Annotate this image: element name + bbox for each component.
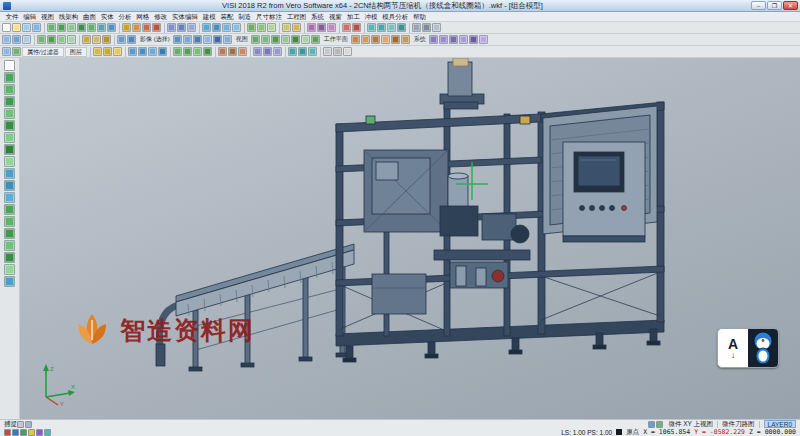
menu-item[interactable]: 加工 xyxy=(344,12,362,21)
toolbar-icon[interactable] xyxy=(281,35,290,44)
toolbar-group-view[interactable]: 视图 xyxy=(233,35,251,44)
menu-item[interactable]: 编辑 xyxy=(21,12,39,21)
toolbar-icon[interactable] xyxy=(92,35,101,44)
toolbar-icon[interactable] xyxy=(82,35,91,44)
toolbar-icon[interactable] xyxy=(308,47,317,56)
menu-item[interactable]: 网格 xyxy=(134,12,152,21)
toolbar-icon[interactable] xyxy=(361,35,370,44)
toolbar-icon[interactable] xyxy=(187,23,196,32)
toolbar-icon[interactable] xyxy=(469,35,478,44)
toolbar-icon[interactable] xyxy=(401,35,410,44)
snap-label[interactable]: 捕捉 xyxy=(4,420,17,429)
toolbar-icon[interactable] xyxy=(343,47,352,56)
toolbar-icon[interactable] xyxy=(4,96,15,107)
toolbar-icon[interactable] xyxy=(4,264,15,275)
toolbar-icon[interactable] xyxy=(138,47,147,56)
toolbar-icon[interactable] xyxy=(177,23,186,32)
toolbar-icon[interactable] xyxy=(351,35,360,44)
toolbar-icon[interactable] xyxy=(203,47,212,56)
menu-item[interactable]: 文件 xyxy=(3,12,21,21)
toolbar-icon[interactable] xyxy=(288,47,297,56)
toolbar-icon[interactable] xyxy=(4,132,15,143)
toolbar-icon[interactable] xyxy=(311,35,320,44)
toolbar-icon[interactable] xyxy=(107,23,116,32)
toolbar-icon[interactable] xyxy=(2,35,11,44)
panel-tab[interactable]: 属性/过滤器 xyxy=(22,47,64,57)
toolbar-icon[interactable] xyxy=(397,23,406,32)
menu-item[interactable]: 制造 xyxy=(236,12,254,21)
menu-item[interactable]: 工程图 xyxy=(284,12,308,21)
toolbar-icon[interactable] xyxy=(12,23,21,32)
toolbar-icon[interactable] xyxy=(57,23,66,32)
toolbar-icon[interactable] xyxy=(36,429,43,436)
toolbar-icon[interactable] xyxy=(391,35,400,44)
toolbar-icon[interactable] xyxy=(4,120,15,131)
toolbar-icon[interactable] xyxy=(28,429,35,436)
toolbar-icon[interactable] xyxy=(4,108,15,119)
toolbar-icon[interactable] xyxy=(127,35,136,44)
toolbar-icon[interactable] xyxy=(203,35,212,44)
toolbar-icon[interactable] xyxy=(228,47,237,56)
toolbar-icon[interactable] xyxy=(158,47,167,56)
menu-item[interactable]: 帮助 xyxy=(411,12,429,21)
toolbar-icon[interactable] xyxy=(37,35,46,44)
toolbar-icon[interactable] xyxy=(4,204,15,215)
toolbar-icon[interactable] xyxy=(113,47,122,56)
menu-item[interactable]: 修改 xyxy=(152,12,170,21)
toolbar-icon[interactable] xyxy=(298,47,307,56)
toolbar-icon[interactable] xyxy=(367,23,376,32)
toolbar-icon[interactable] xyxy=(282,23,291,32)
menu-item[interactable]: 线架构 xyxy=(56,12,80,21)
toolbar-icon[interactable] xyxy=(307,23,316,32)
menu-item[interactable]: 系统 xyxy=(309,12,327,21)
toolbar-icon[interactable] xyxy=(648,421,655,428)
toolbar-icon[interactable] xyxy=(4,84,15,95)
toolbar-icon[interactable] xyxy=(333,47,342,56)
toolbar-icon[interactable] xyxy=(183,35,192,44)
toolbar-icon[interactable] xyxy=(4,240,15,251)
menu-item[interactable]: 建模 xyxy=(200,12,218,21)
toolbar-icon[interactable] xyxy=(342,23,351,32)
toolbar-icon[interactable] xyxy=(152,23,161,32)
toolbar-icon[interactable] xyxy=(381,35,390,44)
toolbar-group-system[interactable]: 系统 xyxy=(411,35,429,44)
toolbar-group-workplane[interactable]: 工作平面 xyxy=(321,35,351,44)
toolbar-icon[interactable] xyxy=(173,35,182,44)
toolbar-icon[interactable] xyxy=(122,23,131,32)
toolbar-icon[interactable] xyxy=(222,23,231,32)
toolbar-icon[interactable] xyxy=(253,47,262,56)
toolbar-icon[interactable] xyxy=(459,35,468,44)
toolbar-icon[interactable] xyxy=(429,35,438,44)
toolbar-icon[interactable] xyxy=(167,23,176,32)
toolbar-icon[interactable] xyxy=(4,192,15,203)
toolbar-icon[interactable] xyxy=(4,216,15,227)
toolbar-icon[interactable] xyxy=(371,35,380,44)
toolbar-icon[interactable] xyxy=(212,23,221,32)
toolbar-icon[interactable] xyxy=(148,47,157,56)
toolbar-icon[interactable] xyxy=(218,47,227,56)
toolbar-icon[interactable] xyxy=(263,47,272,56)
toolbar-icon[interactable] xyxy=(4,168,15,179)
toolbar-icon[interactable] xyxy=(432,23,441,32)
menu-item[interactable]: 分析 xyxy=(116,12,134,21)
toolbar-icon[interactable] xyxy=(327,23,336,32)
toolbar-icon[interactable] xyxy=(238,47,247,56)
toolbar-icon[interactable] xyxy=(12,47,21,56)
toolbar-icon[interactable] xyxy=(202,23,211,32)
maximize-button[interactable]: ❐ xyxy=(767,1,782,10)
toolbar-icon[interactable] xyxy=(4,228,15,239)
toolbar-icon[interactable] xyxy=(656,421,663,428)
toolbar-icon[interactable] xyxy=(25,421,32,428)
toolbar-icon[interactable] xyxy=(4,276,15,287)
toolbar-icon[interactable] xyxy=(4,60,15,71)
toolbar-icon[interactable] xyxy=(22,35,31,44)
menu-item[interactable]: 曲面 xyxy=(81,12,99,21)
toolbar-icon[interactable] xyxy=(4,429,11,436)
toolbar-icon[interactable] xyxy=(4,144,15,155)
toolbar-icon[interactable] xyxy=(292,23,301,32)
menu-item[interactable]: 模具分析 xyxy=(380,12,411,21)
toolbar-icon[interactable] xyxy=(47,23,56,32)
toolbar-icon[interactable] xyxy=(271,35,280,44)
toolbar-icon[interactable] xyxy=(213,35,222,44)
toolbar-icon[interactable] xyxy=(67,23,76,32)
